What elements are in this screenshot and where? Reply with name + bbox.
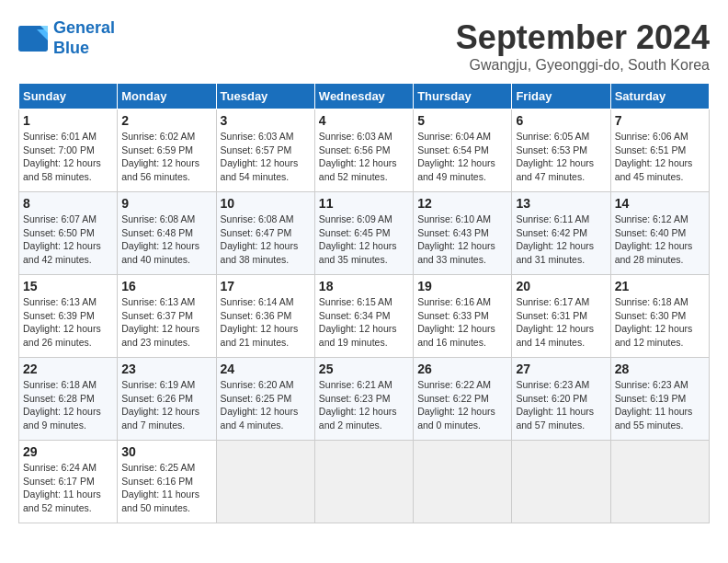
calendar-cell: 14 Sunrise: 6:12 AM Sunset: 6:40 PM Dayl… xyxy=(610,192,709,275)
day-info: Sunrise: 6:08 AM Sunset: 6:47 PM Dayligh… xyxy=(221,213,311,267)
calendar-cell: 9 Sunrise: 6:08 AM Sunset: 6:48 PM Dayli… xyxy=(118,192,216,275)
calendar-cell: 26 Sunrise: 6:22 AM Sunset: 6:22 PM Dayl… xyxy=(414,358,512,441)
calendar-cell: 23 Sunrise: 6:19 AM Sunset: 6:26 PM Dayl… xyxy=(118,358,216,441)
calendar-week-row: 22 Sunrise: 6:18 AM Sunset: 6:28 PM Dayl… xyxy=(19,358,710,441)
day-info: Sunrise: 6:19 AM Sunset: 6:26 PM Dayligh… xyxy=(121,378,211,432)
day-number: 15 xyxy=(23,279,113,293)
day-info: Sunrise: 6:03 AM Sunset: 6:57 PM Dayligh… xyxy=(221,130,311,184)
calendar-week-row: 15 Sunrise: 6:13 AM Sunset: 6:39 PM Dayl… xyxy=(19,275,710,358)
calendar-cell xyxy=(314,441,413,523)
day-number: 21 xyxy=(615,279,705,293)
day-info: Sunrise: 6:15 AM Sunset: 6:34 PM Dayligh… xyxy=(319,295,409,350)
day-info: Sunrise: 6:04 AM Sunset: 6:54 PM Dayligh… xyxy=(417,130,507,184)
day-number: 20 xyxy=(516,279,606,293)
logo-text: General Blue xyxy=(53,18,115,58)
day-info: Sunrise: 6:03 AM Sunset: 6:56 PM Dayligh… xyxy=(319,130,409,184)
calendar-header-saturday: Saturday xyxy=(610,84,709,109)
day-info: Sunrise: 6:06 AM Sunset: 6:51 PM Dayligh… xyxy=(615,130,705,184)
calendar-header-tuesday: Tuesday xyxy=(216,84,314,109)
day-number: 6 xyxy=(516,113,606,128)
calendar-cell: 13 Sunrise: 6:11 AM Sunset: 6:42 PM Dayl… xyxy=(512,192,610,275)
day-number: 13 xyxy=(516,196,606,211)
calendar-table: SundayMondayTuesdayWednesdayThursdayFrid… xyxy=(18,83,710,523)
calendar-cell xyxy=(414,441,512,523)
day-number: 7 xyxy=(615,113,705,128)
calendar-header-thursday: Thursday xyxy=(414,84,512,109)
calendar-cell: 18 Sunrise: 6:15 AM Sunset: 6:34 PM Dayl… xyxy=(314,275,413,358)
calendar-cell: 7 Sunrise: 6:06 AM Sunset: 6:51 PM Dayli… xyxy=(610,109,709,192)
day-number: 18 xyxy=(319,279,409,293)
calendar-cell: 28 Sunrise: 6:23 AM Sunset: 6:19 PM Dayl… xyxy=(610,358,709,441)
day-info: Sunrise: 6:23 AM Sunset: 6:19 PM Dayligh… xyxy=(615,378,705,432)
day-number: 1 xyxy=(23,113,113,128)
day-info: Sunrise: 6:20 AM Sunset: 6:25 PM Dayligh… xyxy=(221,378,311,432)
day-number: 22 xyxy=(23,362,113,376)
day-info: Sunrise: 6:18 AM Sunset: 6:28 PM Dayligh… xyxy=(23,378,113,432)
day-number: 26 xyxy=(417,362,507,376)
calendar-cell: 24 Sunrise: 6:20 AM Sunset: 6:25 PM Dayl… xyxy=(216,358,314,441)
calendar-body: 1 Sunrise: 6:01 AM Sunset: 7:00 PM Dayli… xyxy=(19,109,710,523)
day-number: 23 xyxy=(121,362,211,376)
calendar-cell: 16 Sunrise: 6:13 AM Sunset: 6:37 PM Dayl… xyxy=(118,275,216,358)
day-info: Sunrise: 6:07 AM Sunset: 6:50 PM Dayligh… xyxy=(23,213,113,267)
calendar-cell: 27 Sunrise: 6:23 AM Sunset: 6:20 PM Dayl… xyxy=(512,358,610,441)
day-number: 19 xyxy=(417,279,507,293)
calendar-cell: 19 Sunrise: 6:16 AM Sunset: 6:33 PM Dayl… xyxy=(414,275,512,358)
day-info: Sunrise: 6:08 AM Sunset: 6:48 PM Dayligh… xyxy=(121,213,211,267)
calendar-cell: 17 Sunrise: 6:14 AM Sunset: 6:36 PM Dayl… xyxy=(216,275,314,358)
day-info: Sunrise: 6:01 AM Sunset: 7:00 PM Dayligh… xyxy=(23,130,113,184)
day-number: 28 xyxy=(615,362,705,376)
calendar-cell: 30 Sunrise: 6:25 AM Sunset: 6:16 PM Dayl… xyxy=(118,441,216,523)
day-number: 10 xyxy=(221,196,311,211)
day-info: Sunrise: 6:16 AM Sunset: 6:33 PM Dayligh… xyxy=(417,295,507,350)
calendar-cell: 29 Sunrise: 6:24 AM Sunset: 6:17 PM Dayl… xyxy=(19,441,118,523)
day-number: 14 xyxy=(615,196,705,211)
calendar-cell: 11 Sunrise: 6:09 AM Sunset: 6:45 PM Dayl… xyxy=(314,192,413,275)
title-block: September 2024 Gwangju, Gyeonggi-do, Sou… xyxy=(456,18,710,74)
calendar-cell: 1 Sunrise: 6:01 AM Sunset: 7:00 PM Dayli… xyxy=(19,109,118,192)
day-number: 24 xyxy=(221,362,311,376)
calendar-week-row: 1 Sunrise: 6:01 AM Sunset: 7:00 PM Dayli… xyxy=(19,109,710,192)
day-number: 17 xyxy=(221,279,311,293)
page-header: General Blue September 2024 Gwangju, Gye… xyxy=(18,18,710,74)
day-info: Sunrise: 6:10 AM Sunset: 6:43 PM Dayligh… xyxy=(417,213,507,267)
calendar-cell: 3 Sunrise: 6:03 AM Sunset: 6:57 PM Dayli… xyxy=(216,109,314,192)
calendar-cell: 22 Sunrise: 6:18 AM Sunset: 6:28 PM Dayl… xyxy=(19,358,118,441)
day-info: Sunrise: 6:23 AM Sunset: 6:20 PM Dayligh… xyxy=(516,378,606,432)
day-info: Sunrise: 6:21 AM Sunset: 6:23 PM Dayligh… xyxy=(319,378,409,432)
day-number: 16 xyxy=(121,279,211,293)
calendar-cell: 8 Sunrise: 6:07 AM Sunset: 6:50 PM Dayli… xyxy=(19,192,118,275)
day-info: Sunrise: 6:13 AM Sunset: 6:39 PM Dayligh… xyxy=(23,295,113,350)
day-info: Sunrise: 6:18 AM Sunset: 6:30 PM Dayligh… xyxy=(615,295,705,350)
logo-icon xyxy=(18,26,48,52)
calendar-cell: 6 Sunrise: 6:05 AM Sunset: 6:53 PM Dayli… xyxy=(512,109,610,192)
day-number: 25 xyxy=(319,362,409,376)
day-number: 3 xyxy=(221,113,311,128)
calendar-header-sunday: Sunday xyxy=(19,84,118,109)
day-number: 11 xyxy=(319,196,409,211)
calendar-cell: 5 Sunrise: 6:04 AM Sunset: 6:54 PM Dayli… xyxy=(414,109,512,192)
day-number: 30 xyxy=(121,444,211,459)
day-number: 12 xyxy=(417,196,507,211)
calendar-header-row: SundayMondayTuesdayWednesdayThursdayFrid… xyxy=(19,84,710,109)
calendar-cell: 25 Sunrise: 6:21 AM Sunset: 6:23 PM Dayl… xyxy=(314,358,413,441)
calendar-week-row: 29 Sunrise: 6:24 AM Sunset: 6:17 PM Dayl… xyxy=(19,441,710,523)
day-info: Sunrise: 6:13 AM Sunset: 6:37 PM Dayligh… xyxy=(121,295,211,350)
day-number: 4 xyxy=(319,113,409,128)
calendar-cell: 12 Sunrise: 6:10 AM Sunset: 6:43 PM Dayl… xyxy=(414,192,512,275)
calendar-cell xyxy=(610,441,709,523)
calendar-header-monday: Monday xyxy=(118,84,216,109)
day-info: Sunrise: 6:22 AM Sunset: 6:22 PM Dayligh… xyxy=(417,378,507,432)
day-info: Sunrise: 6:14 AM Sunset: 6:36 PM Dayligh… xyxy=(221,295,311,350)
day-info: Sunrise: 6:05 AM Sunset: 6:53 PM Dayligh… xyxy=(516,130,606,184)
day-number: 5 xyxy=(417,113,507,128)
calendar-week-row: 8 Sunrise: 6:07 AM Sunset: 6:50 PM Dayli… xyxy=(19,192,710,275)
day-number: 27 xyxy=(516,362,606,376)
day-number: 9 xyxy=(121,196,211,211)
day-info: Sunrise: 6:02 AM Sunset: 6:59 PM Dayligh… xyxy=(121,130,211,184)
day-info: Sunrise: 6:25 AM Sunset: 6:16 PM Dayligh… xyxy=(121,461,211,515)
day-info: Sunrise: 6:11 AM Sunset: 6:42 PM Dayligh… xyxy=(516,213,606,267)
calendar-cell xyxy=(512,441,610,523)
calendar-cell: 15 Sunrise: 6:13 AM Sunset: 6:39 PM Dayl… xyxy=(19,275,118,358)
calendar-cell: 4 Sunrise: 6:03 AM Sunset: 6:56 PM Dayli… xyxy=(314,109,413,192)
